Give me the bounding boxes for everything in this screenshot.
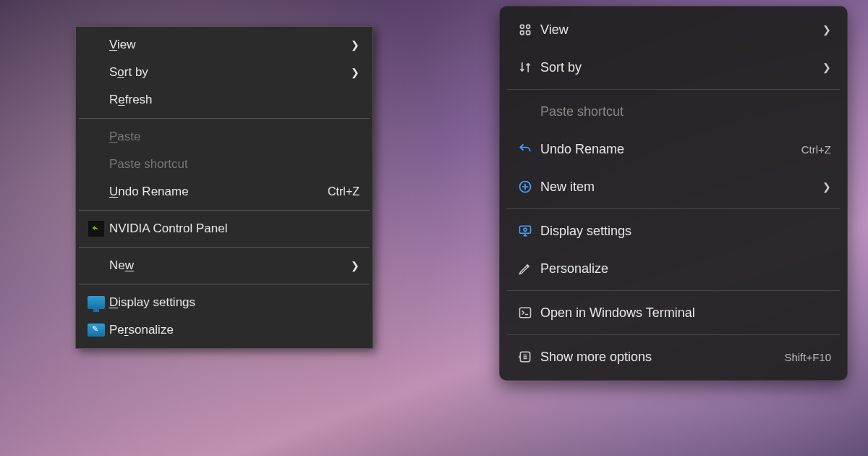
menu-label: Display settings <box>540 224 831 239</box>
chevron-right-icon: ❯ <box>822 62 831 73</box>
chevron-right-icon: ❯ <box>822 24 831 35</box>
menu-label: Show more options <box>540 350 784 365</box>
menu-label: View <box>109 38 351 52</box>
menu-accelerator: Ctrl+Z <box>328 185 359 198</box>
menu-separator <box>507 334 840 335</box>
svg-point-1 <box>527 25 530 28</box>
menu-item-show-more[interactable]: Show more options Shift+F10 <box>500 338 847 376</box>
add-icon <box>510 180 540 194</box>
menu-item-undo-rename[interactable]: Undo Rename Ctrl+Z <box>76 178 373 206</box>
chevron-right-icon: ❯ <box>351 260 359 271</box>
menu-item-sort-by[interactable]: Sort by ❯ <box>76 59 373 86</box>
menu-item-new-item[interactable]: New item ❯ <box>500 168 847 206</box>
panel-win11: View ❯ Sort by ❯ Paste shortcut Undo Ren… <box>456 0 868 456</box>
menu-separator <box>79 284 370 284</box>
display-settings-icon <box>510 224 540 238</box>
menu-separator <box>79 210 370 211</box>
menu-item-sort-by[interactable]: Sort by ❯ <box>500 48 847 86</box>
menu-separator <box>79 247 370 248</box>
sort-icon <box>510 60 540 75</box>
menu-label: Undo Rename <box>109 185 328 199</box>
svg-point-0 <box>520 25 524 28</box>
menu-item-display-settings[interactable]: Display settings <box>76 289 373 316</box>
menu-accelerator: Ctrl+Z <box>801 143 831 156</box>
menu-item-refresh[interactable]: Refresh <box>76 86 373 114</box>
menu-label: Personalize <box>109 323 359 337</box>
menu-label: New item <box>540 180 822 195</box>
menu-label: Paste <box>109 130 359 144</box>
personalize-icon <box>83 324 109 337</box>
personalize-icon <box>510 261 540 276</box>
menu-item-terminal[interactable]: Open in Windows Terminal <box>500 294 847 332</box>
menu-label: New <box>109 258 351 273</box>
menu-item-paste-shortcut: Paste shortcut <box>500 93 847 130</box>
nvidia-icon <box>83 221 109 237</box>
svg-rect-5 <box>520 226 531 233</box>
svg-rect-3 <box>527 31 530 35</box>
menu-item-nvidia[interactable]: NVIDIA Control Panel <box>76 215 373 242</box>
menu-accelerator: Shift+F10 <box>784 351 831 363</box>
menu-label: NVIDIA Control Panel <box>109 221 359 236</box>
menu-item-personalize[interactable]: Personalize <box>76 316 373 344</box>
menu-item-paste: Paste <box>76 123 373 151</box>
svg-point-6 <box>524 228 527 231</box>
menu-item-personalize[interactable]: Personalize <box>500 250 847 287</box>
menu-label: Undo Rename <box>540 142 801 157</box>
menu-label: Open in Windows Terminal <box>540 305 831 321</box>
menu-label: Display settings <box>109 295 359 310</box>
chevron-right-icon: ❯ <box>351 67 359 78</box>
menu-separator <box>507 208 840 209</box>
menu-item-view[interactable]: View ❯ <box>76 31 373 59</box>
menu-label: Sort by <box>109 65 351 80</box>
menu-item-new[interactable]: New ❯ <box>76 252 373 279</box>
menu-separator <box>79 118 370 119</box>
context-menu-win11: View ❯ Sort by ❯ Paste shortcut Undo Ren… <box>499 6 848 381</box>
undo-icon <box>510 142 540 156</box>
menu-item-display-settings[interactable]: Display settings <box>500 212 847 250</box>
chevron-right-icon: ❯ <box>822 181 831 193</box>
menu-item-paste-shortcut: Paste shortcut <box>76 151 373 178</box>
menu-item-view[interactable]: View ❯ <box>500 11 847 48</box>
context-menu-win10: View ❯ Sort by ❯ Refresh Paste Paste sho… <box>75 26 373 349</box>
menu-label: Paste shortcut <box>109 157 359 172</box>
view-grid-icon <box>510 22 540 37</box>
menu-label: Refresh <box>109 93 359 107</box>
menu-separator <box>507 290 840 291</box>
menu-label: View <box>540 22 822 38</box>
more-options-icon <box>510 350 540 364</box>
svg-point-2 <box>520 31 524 35</box>
chevron-right-icon: ❯ <box>351 39 359 51</box>
menu-label: Sort by <box>540 60 822 75</box>
menu-item-undo-rename[interactable]: Undo Rename Ctrl+Z <box>500 130 847 168</box>
svg-rect-7 <box>520 308 531 317</box>
menu-label: Paste shortcut <box>540 104 831 119</box>
terminal-icon <box>510 305 540 320</box>
display-icon <box>83 296 109 309</box>
panel-win10: View ❯ Sort by ❯ Refresh Paste Paste sho… <box>0 0 412 456</box>
menu-label: Personalize <box>540 261 831 276</box>
menu-separator <box>507 89 840 90</box>
